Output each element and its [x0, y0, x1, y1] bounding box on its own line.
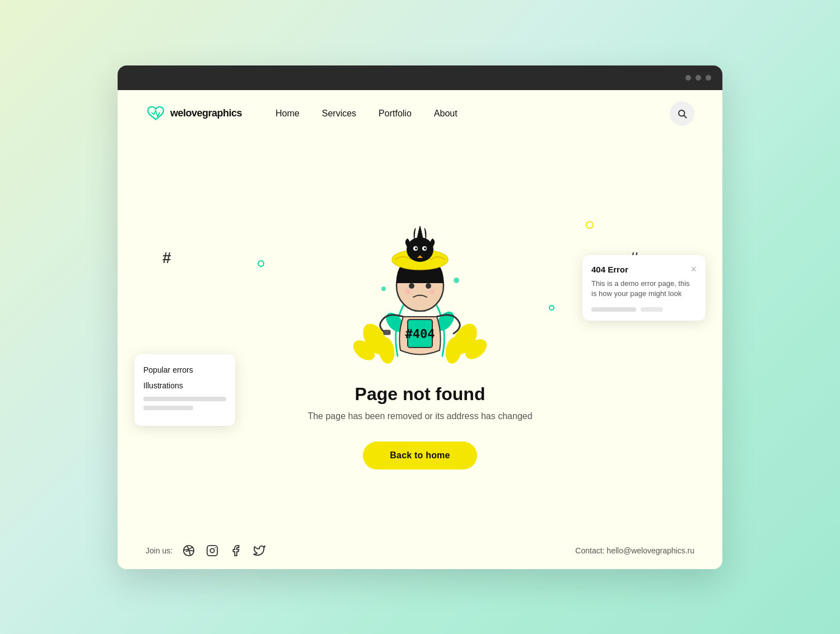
browser-dot-3: [706, 75, 711, 81]
svg-point-18: [405, 289, 410, 294]
nav-links: Home Services Portfolio About: [276, 109, 670, 119]
popup-right-text: This is a demo error page, this is how y…: [591, 279, 697, 299]
social-icons: [181, 543, 267, 558]
svg-point-17: [426, 283, 431, 289]
deco-circle-3: [549, 305, 554, 311]
svg-rect-30: [207, 545, 217, 555]
search-button[interactable]: [670, 101, 694, 126]
page-content: welovegraphics Home Services Portfolio A…: [118, 90, 722, 569]
twitter-icon[interactable]: [252, 543, 267, 558]
popup-right-skeleton: [591, 307, 697, 312]
nav-portfolio[interactable]: Portfolio: [379, 109, 412, 119]
instagram-icon[interactable]: [205, 543, 220, 558]
join-us-label: Join us:: [146, 546, 172, 555]
svg-point-24: [415, 247, 417, 250]
popup-left-item-2[interactable]: Illustrations: [143, 381, 226, 390]
popup-right-header: 404 Error ×: [591, 264, 697, 274]
skeleton-bar-2: [641, 307, 663, 312]
popup-left-card: Popular errors Illustrations: [134, 354, 235, 426]
svg-point-31: [211, 548, 214, 552]
popup-left-item-1[interactable]: Popular errors: [143, 365, 226, 374]
nav-about[interactable]: About: [434, 109, 458, 119]
svg-point-19: [430, 289, 435, 294]
svg-point-27: [454, 278, 459, 283]
page-title: Page not found: [355, 384, 486, 405]
skeleton-bar-1: [591, 307, 636, 312]
logo[interactable]: welovegraphics: [146, 106, 242, 121]
svg-point-21: [407, 237, 433, 262]
contact-info: Contact: hello@welovegraphics.ru: [575, 546, 694, 555]
browser-dot-1: [685, 75, 691, 81]
search-icon: [677, 109, 687, 119]
navbar: welovegraphics Home Services Portfolio A…: [118, 90, 722, 137]
logo-icon: [146, 106, 166, 121]
svg-rect-26: [384, 330, 390, 335]
nav-services[interactable]: Services: [322, 109, 356, 119]
svg-point-28: [381, 287, 386, 291]
nav-home[interactable]: Home: [276, 109, 300, 119]
main-area: # #: [118, 137, 722, 532]
back-to-home-button[interactable]: Back to home: [363, 442, 477, 469]
dribbble-icon[interactable]: [181, 543, 196, 558]
skeleton-line-2: [143, 406, 193, 410]
deco-circle-2: [258, 260, 264, 267]
svg-point-16: [409, 283, 414, 289]
deco-circle-1: [586, 221, 594, 229]
browser-bar: [118, 65, 722, 90]
deco-hash-left: #: [162, 249, 171, 267]
svg-point-25: [424, 247, 426, 250]
footer: Join us:: [118, 532, 722, 569]
svg-line-1: [684, 115, 686, 118]
skeleton-line-1: [143, 397, 226, 401]
popup-right-title: 404 Error: [591, 265, 628, 274]
page-subtitle: The page has been removed or its address…: [307, 411, 532, 421]
svg-text:#404: #404: [405, 327, 435, 341]
popup-close-button[interactable]: ×: [690, 264, 697, 274]
facebook-icon[interactable]: [228, 543, 243, 558]
illustration-container: #404: [325, 177, 515, 367]
browser-window: welovegraphics Home Services Portfolio A…: [118, 65, 722, 569]
404-illustration: #404: [325, 177, 515, 367]
svg-point-32: [214, 547, 216, 548]
popup-right-card: 404 Error × This is a demo error page, t…: [582, 255, 706, 320]
browser-dot-2: [696, 75, 701, 81]
logo-text: welovegraphics: [170, 107, 242, 119]
